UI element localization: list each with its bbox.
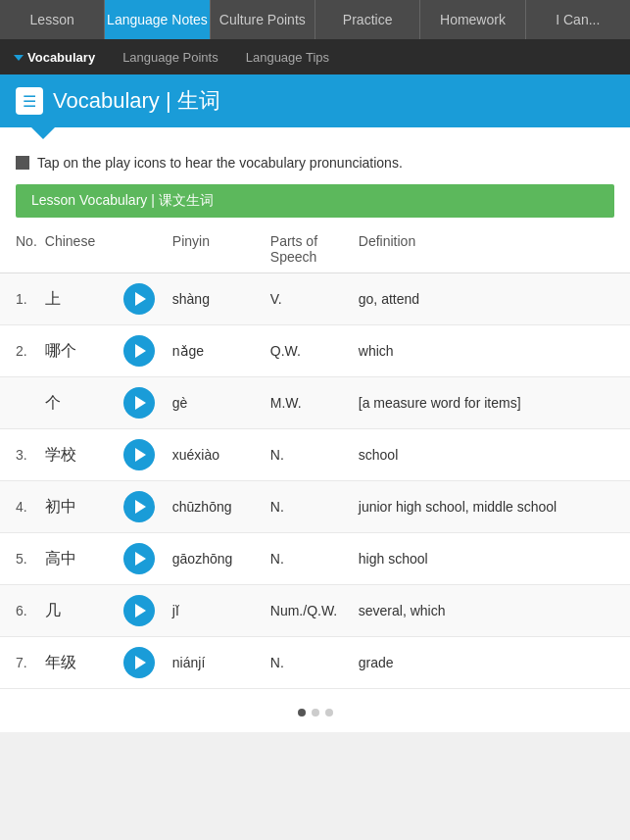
- cell-no: 2.: [0, 325, 45, 377]
- table-row: 7.年级niánjíN.grade: [0, 637, 630, 689]
- subnav-language-points[interactable]: Language Points: [119, 44, 222, 71]
- cell-chinese: 年级: [45, 637, 123, 689]
- pagination: [0, 689, 630, 732]
- table-header-row: No. Chinese Pinyin Parts of Speech Defin…: [0, 225, 630, 273]
- tab-i-can[interactable]: I Can...: [526, 0, 630, 39]
- pagination-dot-1[interactable]: [298, 709, 306, 716]
- cell-pos: N.: [270, 637, 359, 689]
- cell-definition: [a measure word for items]: [359, 377, 630, 429]
- tab-culture-points[interactable]: Culture Points: [211, 0, 315, 39]
- pagination-dot-3[interactable]: [325, 709, 333, 716]
- cell-pos: M.W.: [270, 377, 359, 429]
- cell-chinese: 高中: [45, 533, 123, 585]
- cell-pinyin: xuéxiào: [172, 429, 270, 481]
- tab-homework[interactable]: Homework: [420, 0, 525, 39]
- cell-play: [123, 273, 172, 325]
- instruction-text: Tap on the play icons to hear the vocabu…: [37, 155, 403, 171]
- table-row: 个gèM.W.[a measure word for items]: [0, 377, 630, 429]
- tab-lesson[interactable]: Lesson: [0, 0, 105, 39]
- cell-pinyin: gè: [172, 377, 270, 429]
- play-button[interactable]: [123, 543, 155, 574]
- document-icon: ☰: [16, 87, 43, 115]
- vocabulary-table: No. Chinese Pinyin Parts of Speech Defin…: [0, 225, 630, 689]
- play-button[interactable]: [123, 387, 155, 419]
- cell-chinese: 个: [45, 377, 123, 429]
- col-header-definition: Definition: [359, 225, 630, 273]
- vocabulary-table-wrapper: No. Chinese Pinyin Parts of Speech Defin…: [0, 225, 630, 689]
- cell-chinese: 初中: [45, 481, 123, 533]
- subnav-language-tips[interactable]: Language Tips: [242, 44, 333, 71]
- cell-definition: go, attend: [359, 273, 630, 325]
- play-button[interactable]: [123, 335, 155, 367]
- cell-no: 6.: [0, 585, 45, 637]
- cell-play: [123, 533, 172, 585]
- page-header: ☰ Vocabulary | 生词: [0, 74, 630, 127]
- cell-chinese: 学校: [45, 429, 123, 481]
- table-row: 4.初中chūzhōngN.junior high school, middle…: [0, 481, 630, 533]
- cell-pinyin: jǐ: [172, 585, 270, 637]
- cell-pos: Q.W.: [270, 325, 359, 377]
- cell-chinese: 上: [45, 273, 123, 325]
- tab-practice[interactable]: Practice: [315, 0, 420, 39]
- play-button[interactable]: [123, 283, 155, 315]
- cell-pos: N.: [270, 533, 359, 585]
- cell-no: 7.: [0, 637, 45, 689]
- cell-pinyin: nǎge: [172, 325, 270, 377]
- cell-play: [123, 481, 172, 533]
- page-title: Vocabulary | 生词: [53, 86, 220, 116]
- cell-play: [123, 637, 172, 689]
- cell-pinyin: chūzhōng: [172, 481, 270, 533]
- col-header-play: [123, 225, 172, 273]
- cell-definition: grade: [359, 637, 630, 689]
- subnav-vocabulary[interactable]: Vocabulary: [10, 44, 99, 71]
- cell-definition: which: [359, 325, 630, 377]
- sub-navigation: Vocabulary Language Points Language Tips: [0, 39, 630, 74]
- cell-pinyin: niánjí: [172, 637, 270, 689]
- play-button[interactable]: [123, 647, 155, 678]
- cell-pos: Num./Q.W.: [270, 585, 359, 637]
- col-header-pos: Parts of Speech: [270, 225, 359, 273]
- play-button[interactable]: [123, 439, 155, 470]
- pagination-dot-2[interactable]: [312, 709, 319, 716]
- cell-definition: school: [359, 429, 630, 481]
- cell-chinese: 几: [45, 585, 123, 637]
- cell-no: 4.: [0, 481, 45, 533]
- play-icon-indicator: [16, 156, 29, 170]
- cell-definition: junior high school, middle school: [359, 481, 630, 533]
- table-row: 5.高中gāozhōngN.high school: [0, 533, 630, 585]
- play-button[interactable]: [123, 491, 155, 522]
- cell-pos: N.: [270, 429, 359, 481]
- table-row: 6.几jǐNum./Q.W.several, which: [0, 585, 630, 637]
- table-row: 2.哪个nǎgeQ.W.which: [0, 325, 630, 377]
- cell-no: 3.: [0, 429, 45, 481]
- cell-pinyin: shàng: [172, 273, 270, 325]
- section-label: Lesson Vocabulary | 课文生词: [16, 184, 614, 218]
- play-button[interactable]: [123, 595, 155, 626]
- top-navigation: Lesson Language Notes Culture Points Pra…: [0, 0, 630, 39]
- cell-no: [0, 377, 45, 429]
- cell-definition: several, which: [359, 585, 630, 637]
- cell-chinese: 哪个: [45, 325, 123, 377]
- table-row: 1.上shàngV.go, attend: [0, 273, 630, 325]
- cell-play: [123, 325, 172, 377]
- table-row: 3.学校xuéxiàoN.school: [0, 429, 630, 481]
- cell-play: [123, 585, 172, 637]
- main-content: ☰ Vocabulary | 生词 Tap on the play icons …: [0, 74, 630, 732]
- tab-language-notes[interactable]: Language Notes: [105, 0, 210, 39]
- cell-no: 5.: [0, 533, 45, 585]
- cell-pos: N.: [270, 481, 359, 533]
- cell-play: [123, 377, 172, 429]
- cell-definition: high school: [359, 533, 630, 585]
- col-header-pinyin: Pinyin: [172, 225, 270, 273]
- cell-no: 1.: [0, 273, 45, 325]
- cell-play: [123, 429, 172, 481]
- cell-pos: V.: [270, 273, 359, 325]
- col-header-chinese: Chinese: [45, 225, 123, 273]
- col-header-no: No.: [0, 225, 45, 273]
- instruction-row: Tap on the play icons to hear the vocabu…: [0, 127, 630, 180]
- cell-pinyin: gāozhōng: [172, 533, 270, 585]
